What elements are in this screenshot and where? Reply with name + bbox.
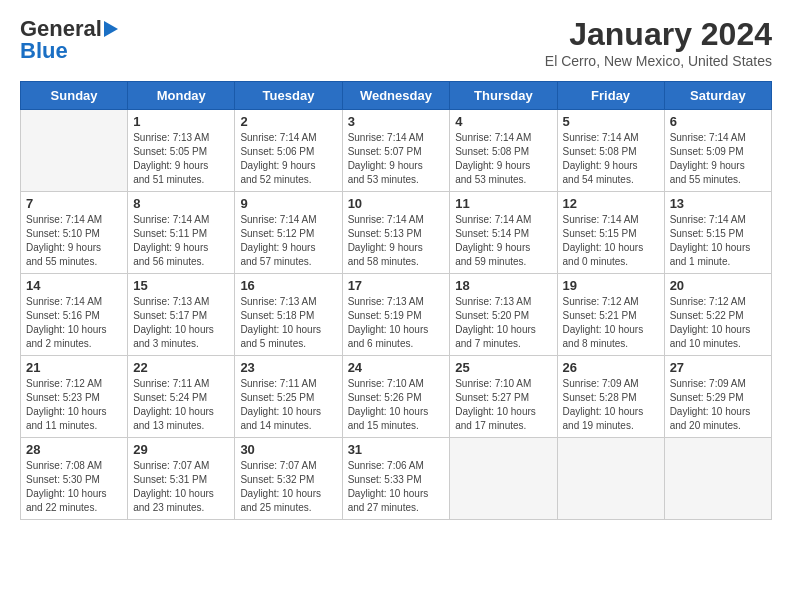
calendar-cell: 31Sunrise: 7:06 AM Sunset: 5:33 PM Dayli… [342, 438, 450, 520]
day-number: 3 [348, 114, 445, 129]
day-number: 8 [133, 196, 229, 211]
day-info: Sunrise: 7:14 AM Sunset: 5:16 PM Dayligh… [26, 295, 122, 351]
calendar-cell: 2Sunrise: 7:14 AM Sunset: 5:06 PM Daylig… [235, 110, 342, 192]
day-number: 6 [670, 114, 766, 129]
calendar-cell: 29Sunrise: 7:07 AM Sunset: 5:31 PM Dayli… [128, 438, 235, 520]
calendar-cell: 21Sunrise: 7:12 AM Sunset: 5:23 PM Dayli… [21, 356, 128, 438]
calendar-cell [557, 438, 664, 520]
day-number: 2 [240, 114, 336, 129]
calendar-header-thursday: Thursday [450, 82, 557, 110]
calendar-cell: 27Sunrise: 7:09 AM Sunset: 5:29 PM Dayli… [664, 356, 771, 438]
day-info: Sunrise: 7:14 AM Sunset: 5:11 PM Dayligh… [133, 213, 229, 269]
day-info: Sunrise: 7:09 AM Sunset: 5:28 PM Dayligh… [563, 377, 659, 433]
logo-arrow-icon [104, 21, 118, 37]
calendar-cell: 20Sunrise: 7:12 AM Sunset: 5:22 PM Dayli… [664, 274, 771, 356]
day-number: 17 [348, 278, 445, 293]
day-info: Sunrise: 7:13 AM Sunset: 5:18 PM Dayligh… [240, 295, 336, 351]
calendar-cell: 1Sunrise: 7:13 AM Sunset: 5:05 PM Daylig… [128, 110, 235, 192]
day-number: 7 [26, 196, 122, 211]
day-number: 22 [133, 360, 229, 375]
calendar-week-row: 1Sunrise: 7:13 AM Sunset: 5:05 PM Daylig… [21, 110, 772, 192]
calendar-cell: 16Sunrise: 7:13 AM Sunset: 5:18 PM Dayli… [235, 274, 342, 356]
calendar-cell: 28Sunrise: 7:08 AM Sunset: 5:30 PM Dayli… [21, 438, 128, 520]
calendar-header-row: SundayMondayTuesdayWednesdayThursdayFrid… [21, 82, 772, 110]
calendar-cell [21, 110, 128, 192]
month-title: January 2024 [545, 16, 772, 53]
day-number: 15 [133, 278, 229, 293]
day-info: Sunrise: 7:14 AM Sunset: 5:09 PM Dayligh… [670, 131, 766, 187]
calendar-cell: 26Sunrise: 7:09 AM Sunset: 5:28 PM Dayli… [557, 356, 664, 438]
calendar-cell: 5Sunrise: 7:14 AM Sunset: 5:08 PM Daylig… [557, 110, 664, 192]
calendar-cell: 17Sunrise: 7:13 AM Sunset: 5:19 PM Dayli… [342, 274, 450, 356]
day-info: Sunrise: 7:14 AM Sunset: 5:12 PM Dayligh… [240, 213, 336, 269]
day-info: Sunrise: 7:13 AM Sunset: 5:17 PM Dayligh… [133, 295, 229, 351]
location: El Cerro, New Mexico, United States [545, 53, 772, 69]
calendar-cell: 12Sunrise: 7:14 AM Sunset: 5:15 PM Dayli… [557, 192, 664, 274]
day-number: 14 [26, 278, 122, 293]
day-info: Sunrise: 7:07 AM Sunset: 5:32 PM Dayligh… [240, 459, 336, 515]
day-info: Sunrise: 7:14 AM Sunset: 5:08 PM Dayligh… [563, 131, 659, 187]
calendar-table: SundayMondayTuesdayWednesdayThursdayFrid… [20, 81, 772, 520]
day-number: 24 [348, 360, 445, 375]
calendar-cell: 14Sunrise: 7:14 AM Sunset: 5:16 PM Dayli… [21, 274, 128, 356]
day-number: 10 [348, 196, 445, 211]
day-number: 1 [133, 114, 229, 129]
day-info: Sunrise: 7:11 AM Sunset: 5:25 PM Dayligh… [240, 377, 336, 433]
day-info: Sunrise: 7:13 AM Sunset: 5:20 PM Dayligh… [455, 295, 551, 351]
calendar-header-saturday: Saturday [664, 82, 771, 110]
day-info: Sunrise: 7:14 AM Sunset: 5:13 PM Dayligh… [348, 213, 445, 269]
calendar-cell: 3Sunrise: 7:14 AM Sunset: 5:07 PM Daylig… [342, 110, 450, 192]
calendar-week-row: 14Sunrise: 7:14 AM Sunset: 5:16 PM Dayli… [21, 274, 772, 356]
day-number: 18 [455, 278, 551, 293]
calendar-cell: 8Sunrise: 7:14 AM Sunset: 5:11 PM Daylig… [128, 192, 235, 274]
day-number: 16 [240, 278, 336, 293]
calendar-cell [664, 438, 771, 520]
day-number: 26 [563, 360, 659, 375]
day-info: Sunrise: 7:14 AM Sunset: 5:10 PM Dayligh… [26, 213, 122, 269]
day-info: Sunrise: 7:12 AM Sunset: 5:22 PM Dayligh… [670, 295, 766, 351]
calendar-header-monday: Monday [128, 82, 235, 110]
calendar-cell: 9Sunrise: 7:14 AM Sunset: 5:12 PM Daylig… [235, 192, 342, 274]
day-number: 28 [26, 442, 122, 457]
day-number: 9 [240, 196, 336, 211]
day-number: 11 [455, 196, 551, 211]
logo-blue: Blue [20, 38, 68, 64]
day-info: Sunrise: 7:12 AM Sunset: 5:21 PM Dayligh… [563, 295, 659, 351]
calendar-cell: 23Sunrise: 7:11 AM Sunset: 5:25 PM Dayli… [235, 356, 342, 438]
day-number: 23 [240, 360, 336, 375]
day-info: Sunrise: 7:14 AM Sunset: 5:15 PM Dayligh… [670, 213, 766, 269]
day-info: Sunrise: 7:10 AM Sunset: 5:26 PM Dayligh… [348, 377, 445, 433]
calendar-cell: 11Sunrise: 7:14 AM Sunset: 5:14 PM Dayli… [450, 192, 557, 274]
calendar-cell: 13Sunrise: 7:14 AM Sunset: 5:15 PM Dayli… [664, 192, 771, 274]
day-info: Sunrise: 7:13 AM Sunset: 5:05 PM Dayligh… [133, 131, 229, 187]
calendar-header-friday: Friday [557, 82, 664, 110]
calendar-cell: 6Sunrise: 7:14 AM Sunset: 5:09 PM Daylig… [664, 110, 771, 192]
day-number: 12 [563, 196, 659, 211]
day-info: Sunrise: 7:14 AM Sunset: 5:08 PM Dayligh… [455, 131, 551, 187]
calendar-cell: 7Sunrise: 7:14 AM Sunset: 5:10 PM Daylig… [21, 192, 128, 274]
calendar-cell: 19Sunrise: 7:12 AM Sunset: 5:21 PM Dayli… [557, 274, 664, 356]
calendar-cell: 25Sunrise: 7:10 AM Sunset: 5:27 PM Dayli… [450, 356, 557, 438]
day-number: 13 [670, 196, 766, 211]
calendar-header-sunday: Sunday [21, 82, 128, 110]
calendar-cell [450, 438, 557, 520]
day-info: Sunrise: 7:14 AM Sunset: 5:14 PM Dayligh… [455, 213, 551, 269]
day-number: 29 [133, 442, 229, 457]
day-info: Sunrise: 7:07 AM Sunset: 5:31 PM Dayligh… [133, 459, 229, 515]
calendar-cell: 22Sunrise: 7:11 AM Sunset: 5:24 PM Dayli… [128, 356, 235, 438]
day-info: Sunrise: 7:09 AM Sunset: 5:29 PM Dayligh… [670, 377, 766, 433]
day-info: Sunrise: 7:08 AM Sunset: 5:30 PM Dayligh… [26, 459, 122, 515]
calendar-week-row: 21Sunrise: 7:12 AM Sunset: 5:23 PM Dayli… [21, 356, 772, 438]
calendar-cell: 30Sunrise: 7:07 AM Sunset: 5:32 PM Dayli… [235, 438, 342, 520]
logo: General Blue [20, 16, 118, 64]
day-number: 21 [26, 360, 122, 375]
day-info: Sunrise: 7:14 AM Sunset: 5:06 PM Dayligh… [240, 131, 336, 187]
calendar-cell: 10Sunrise: 7:14 AM Sunset: 5:13 PM Dayli… [342, 192, 450, 274]
calendar-header-wednesday: Wednesday [342, 82, 450, 110]
day-number: 25 [455, 360, 551, 375]
day-info: Sunrise: 7:06 AM Sunset: 5:33 PM Dayligh… [348, 459, 445, 515]
day-number: 5 [563, 114, 659, 129]
calendar-week-row: 28Sunrise: 7:08 AM Sunset: 5:30 PM Dayli… [21, 438, 772, 520]
day-info: Sunrise: 7:14 AM Sunset: 5:15 PM Dayligh… [563, 213, 659, 269]
day-info: Sunrise: 7:10 AM Sunset: 5:27 PM Dayligh… [455, 377, 551, 433]
